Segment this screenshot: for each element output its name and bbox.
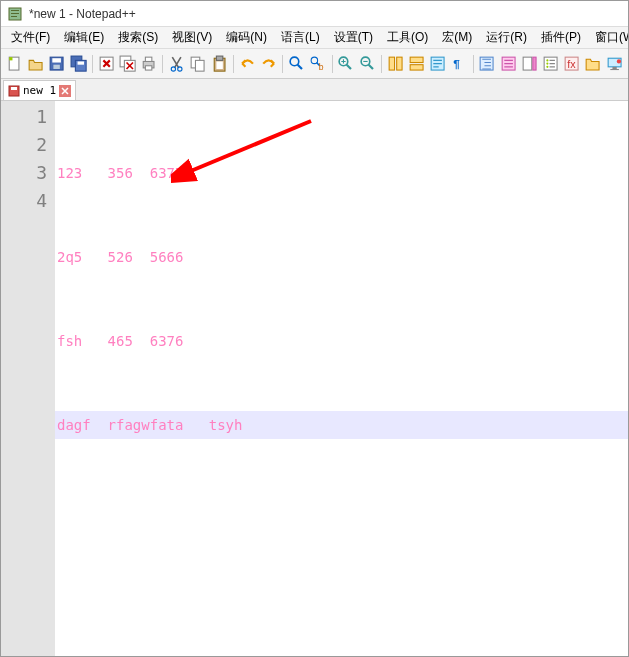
- menu-window[interactable]: 窗口(W): [589, 27, 629, 48]
- svg-rect-8: [54, 65, 60, 69]
- window-title: *new 1 - Notepad++: [29, 7, 136, 21]
- toolbar-separator: [162, 55, 163, 73]
- toolbar-separator: [233, 55, 234, 73]
- close-all-icon[interactable]: [118, 53, 137, 75]
- toolbar: b ¶ fx: [1, 49, 628, 79]
- svg-rect-23: [216, 56, 222, 60]
- line-number: 1: [1, 103, 47, 131]
- line-number: 3: [1, 159, 47, 187]
- svg-rect-3: [11, 16, 17, 17]
- tab-label: new 1: [23, 84, 56, 97]
- svg-point-42: [546, 62, 548, 64]
- menu-encoding[interactable]: 编码(N): [220, 27, 273, 48]
- copy-icon[interactable]: [188, 53, 207, 75]
- tabbar: new 1: [1, 79, 628, 101]
- titlebar: *new 1 - Notepad++: [1, 1, 628, 27]
- code-line[interactable]: fsh 465 6376: [55, 327, 628, 355]
- redo-icon[interactable]: [259, 53, 278, 75]
- svg-rect-47: [612, 67, 616, 69]
- close-icon[interactable]: [97, 53, 116, 75]
- folder-workspace-icon[interactable]: [583, 53, 602, 75]
- menu-macro[interactable]: 宏(M): [436, 27, 478, 48]
- svg-rect-51: [11, 87, 17, 90]
- save-all-icon[interactable]: [69, 53, 88, 75]
- svg-text:fx: fx: [568, 58, 577, 70]
- svg-point-43: [546, 66, 548, 68]
- menu-run[interactable]: 运行(R): [480, 27, 533, 48]
- menu-plugins[interactable]: 插件(P): [535, 27, 587, 48]
- replace-icon[interactable]: b: [308, 53, 327, 75]
- svg-rect-5: [9, 57, 12, 60]
- menu-tools[interactable]: 工具(O): [381, 27, 434, 48]
- app-icon: [7, 6, 23, 22]
- code-area[interactable]: 123 356 6377 2q5 526 5666 fsh 465 6376 d…: [55, 101, 628, 656]
- svg-rect-33: [410, 65, 423, 70]
- line-number: 2: [1, 131, 47, 159]
- svg-rect-39: [533, 57, 536, 70]
- svg-rect-21: [196, 60, 205, 71]
- svg-point-19: [178, 67, 182, 71]
- svg-text:b: b: [319, 62, 324, 72]
- svg-rect-7: [53, 58, 62, 62]
- indent-guide-icon[interactable]: [477, 53, 496, 75]
- sync-h-icon[interactable]: [407, 53, 426, 75]
- doc-list-icon[interactable]: [541, 53, 560, 75]
- invisible-chars-icon[interactable]: ¶: [449, 53, 468, 75]
- tab-close-icon[interactable]: [59, 85, 71, 97]
- svg-text:¶: ¶: [454, 57, 461, 71]
- svg-rect-1: [11, 10, 19, 11]
- menu-edit[interactable]: 编辑(E): [58, 27, 110, 48]
- cut-icon[interactable]: [167, 53, 186, 75]
- svg-rect-11: [77, 61, 83, 64]
- wrap-icon[interactable]: [428, 53, 447, 75]
- undo-icon[interactable]: [238, 53, 257, 75]
- editor[interactable]: 1 2 3 4 123 356 6377 2q5 526 5666 fsh 46…: [1, 101, 628, 656]
- zoom-in-icon[interactable]: [336, 53, 355, 75]
- toolbar-separator: [282, 55, 283, 73]
- print-icon[interactable]: [139, 53, 158, 75]
- svg-rect-16: [146, 57, 152, 61]
- save-icon[interactable]: [47, 53, 66, 75]
- tab-new-1[interactable]: new 1: [3, 80, 76, 100]
- line-gutter: 1 2 3 4: [1, 101, 55, 656]
- menu-view[interactable]: 视图(V): [166, 27, 218, 48]
- open-file-icon[interactable]: [26, 53, 45, 75]
- toolbar-separator: [473, 55, 474, 73]
- func-list-icon[interactable]: fx: [562, 53, 581, 75]
- new-file-icon[interactable]: [5, 53, 24, 75]
- code-line-active[interactable]: dagf rfagwfata tsyh: [55, 411, 628, 439]
- sync-v-icon[interactable]: [386, 53, 405, 75]
- svg-point-49: [616, 59, 620, 63]
- toolbar-separator: [92, 55, 93, 73]
- svg-point-18: [171, 67, 175, 71]
- line-number: 4: [1, 187, 47, 215]
- unsaved-icon: [8, 85, 20, 97]
- svg-rect-32: [410, 57, 423, 62]
- menu-language[interactable]: 语言(L): [275, 27, 326, 48]
- zoom-out-icon[interactable]: [358, 53, 377, 75]
- find-icon[interactable]: [287, 53, 306, 75]
- svg-rect-17: [146, 66, 152, 70]
- doc-map-icon[interactable]: [520, 53, 539, 75]
- menu-file[interactable]: 文件(F): [5, 27, 56, 48]
- menu-search[interactable]: 搜索(S): [112, 27, 164, 48]
- toolbar-separator: [381, 55, 382, 73]
- menu-settings[interactable]: 设置(T): [328, 27, 379, 48]
- code-line[interactable]: 2q5 526 5666: [55, 243, 628, 271]
- code-line[interactable]: 123 356 6377: [55, 159, 628, 187]
- toolbar-separator: [332, 55, 333, 73]
- svg-point-41: [546, 59, 548, 61]
- svg-rect-24: [216, 61, 222, 69]
- monitor-icon[interactable]: [605, 53, 624, 75]
- svg-point-25: [290, 57, 299, 66]
- paste-icon[interactable]: [210, 53, 229, 75]
- udl-icon[interactable]: [499, 53, 518, 75]
- svg-rect-48: [610, 69, 619, 70]
- svg-rect-38: [523, 57, 532, 70]
- svg-rect-2: [11, 13, 19, 14]
- svg-rect-30: [389, 57, 394, 70]
- menubar: 文件(F) 编辑(E) 搜索(S) 视图(V) 编码(N) 语言(L) 设置(T…: [1, 27, 628, 49]
- svg-rect-31: [396, 57, 401, 70]
